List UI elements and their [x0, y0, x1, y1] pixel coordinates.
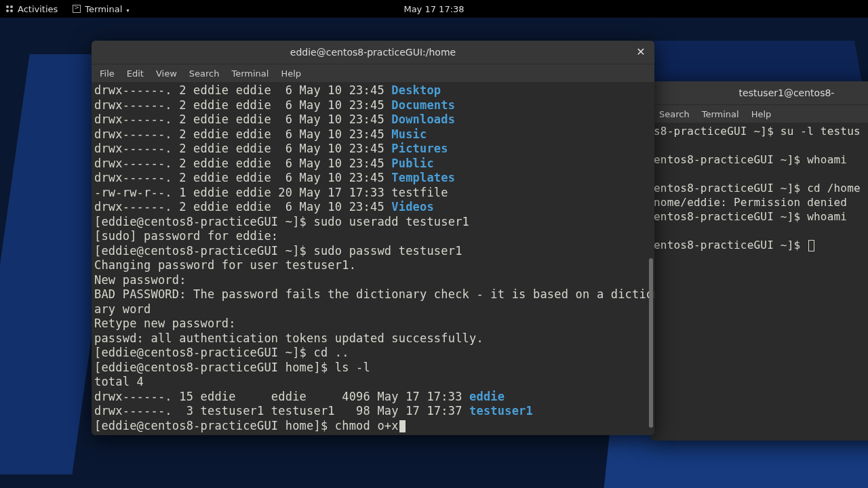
directory-name: testuser1	[469, 404, 533, 418]
term-line: drwx------. 2 eddie eddie 6 May 10 23:45…	[94, 127, 427, 141]
close-icon: ✕	[636, 45, 645, 58]
cursor-icon	[399, 420, 406, 432]
term-line: passwd: all authentication tokens update…	[94, 331, 484, 345]
terminal-menubar: Search Terminal Help	[651, 104, 868, 123]
term-line: ary word	[94, 302, 151, 316]
term-line: [eddie@centos8-practiceGUI home]$ chmod …	[94, 419, 399, 432]
scrollbar[interactable]	[648, 82, 654, 435]
terminal-window-primary[interactable]: eddie@centos8-practiceGUI:/home ✕ File E…	[92, 41, 654, 435]
term-line: nome/eddie: Permission denied	[654, 196, 847, 209]
app-menu-label: Terminal	[85, 4, 122, 14]
svg-point-0	[6, 5, 9, 8]
menu-help[interactable]: Help	[281, 68, 301, 79]
term-line: drwx------. 3 testuser1 testuser1 98 May…	[94, 404, 533, 418]
menu-file[interactable]: File	[100, 68, 115, 79]
svg-point-3	[10, 9, 13, 12]
directory-name: Downloads	[391, 113, 455, 126]
term-line: drwx------. 2 eddie eddie 6 May 10 23:45…	[94, 83, 441, 97]
directory-name: Templates	[391, 171, 455, 184]
app-menu-button[interactable]: Terminal ▾	[85, 4, 129, 14]
chevron-down-icon: ▾	[126, 7, 129, 14]
terminal-menubar: File Edit View Search Terminal Help	[92, 64, 654, 82]
cursor-icon	[808, 240, 814, 251]
activities-button[interactable]: Activities	[18, 4, 58, 14]
term-line: entos8-practiceGUI ~]$ whoami	[654, 210, 847, 223]
svg-point-1	[10, 5, 13, 8]
directory-name: Music	[391, 127, 427, 141]
window-titlebar[interactable]: eddie@centos8-practiceGUI:/home ✕	[92, 41, 654, 64]
terminal-window-secondary[interactable]: testuser1@centos8- Search Terminal Help …	[651, 81, 868, 441]
clock[interactable]: May 17 17:38	[403, 4, 464, 14]
term-line: New password:	[94, 273, 186, 287]
scrollbar-thumb[interactable]	[649, 258, 653, 428]
term-line: Changing password for user testuser1.	[94, 258, 356, 272]
window-title: testuser1@centos8-	[739, 87, 835, 98]
menu-view[interactable]: View	[156, 68, 177, 79]
menu-search[interactable]: Search	[189, 68, 220, 79]
term-line: drwx------. 2 eddie eddie 6 May 10 23:45…	[94, 113, 455, 126]
directory-name: Pictures	[391, 142, 448, 155]
directory-name: Public	[391, 157, 434, 170]
terminal-output[interactable]: drwx------. 2 eddie eddie 6 May 10 23:45…	[92, 82, 654, 435]
term-line: -rw-rw-r--. 1 eddie eddie 20 May 17 17:3…	[94, 186, 448, 199]
term-line: drwx------. 2 eddie eddie 6 May 10 23:45…	[94, 142, 448, 155]
term-line: [sudo] password for eddie:	[94, 229, 278, 243]
menu-help[interactable]: Help	[751, 109, 772, 119]
term-line: Retype new password:	[94, 317, 236, 330]
term-line: BAD PASSWORD: The password fails the dic…	[94, 287, 654, 301]
directory-name: Desktop	[391, 83, 441, 97]
terminal-app-icon	[73, 5, 81, 13]
window-title: eddie@centos8-practiceGUI:/home	[290, 47, 456, 58]
term-line: s8-practiceGUI ~]$ su -l testus	[654, 125, 861, 138]
term-line: entos8-practiceGUI ~]$	[654, 239, 807, 251]
menu-edit[interactable]: Edit	[127, 68, 144, 79]
window-titlebar[interactable]: testuser1@centos8-	[651, 81, 868, 104]
term-line: drwx------. 15 eddie eddie 4096 May 17 1…	[94, 390, 505, 403]
term-line: [eddie@centos8-practiceGUI ~]$ sudo user…	[94, 215, 469, 228]
term-line: [eddie@centos8-practiceGUI ~]$ sudo pass…	[94, 244, 462, 258]
term-line: entos8-practiceGUI ~]$ whoami	[654, 153, 847, 166]
term-line: [eddie@centos8-practiceGUI home]$ ls -l	[94, 361, 370, 374]
term-line: drwx------. 2 eddie eddie 6 May 10 23:45…	[94, 157, 434, 170]
menu-terminal[interactable]: Terminal	[231, 68, 269, 79]
term-line: drwx------. 2 eddie eddie 6 May 10 23:45…	[94, 171, 455, 184]
term-line: total 4	[94, 375, 144, 388]
directory-name: Documents	[391, 98, 455, 112]
directory-name: eddie	[469, 390, 505, 403]
close-button[interactable]: ✕	[634, 45, 648, 59]
directory-name: Videos	[391, 200, 434, 214]
terminal-output[interactable]: s8-practiceGUI ~]$ su -l testus entos8-p…	[651, 123, 868, 441]
term-line: [eddie@centos8-practiceGUI ~]$ cd ..	[94, 346, 349, 359]
menu-terminal[interactable]: Terminal	[702, 109, 739, 119]
svg-point-2	[6, 9, 9, 12]
term-line: drwx------. 2 eddie eddie 6 May 10 23:45…	[94, 98, 455, 112]
gnome-top-bar: Activities Terminal ▾ May 17 17:38	[0, 0, 868, 18]
menu-search[interactable]: Search	[659, 109, 690, 119]
term-line: drwx------. 2 eddie eddie 6 May 10 23:45…	[94, 200, 434, 214]
activities-icon	[5, 5, 14, 13]
term-line: entos8-practiceGUI ~]$ cd /home	[654, 182, 861, 195]
